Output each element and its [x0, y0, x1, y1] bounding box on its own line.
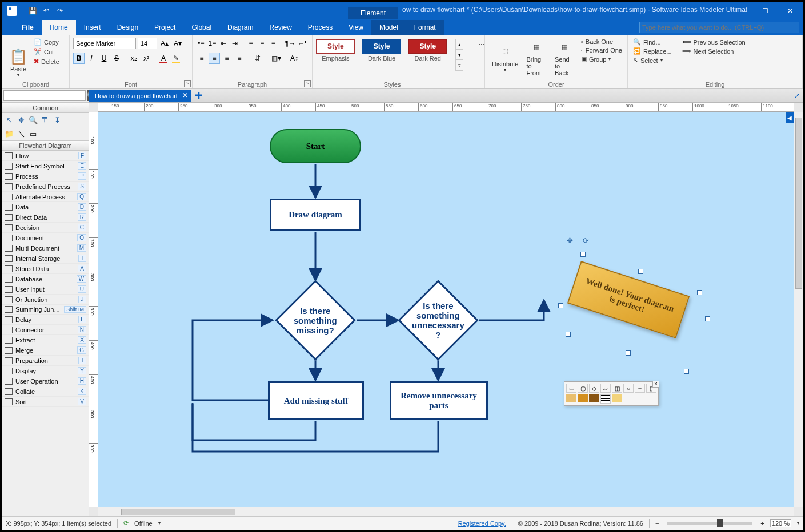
tabstrip-expand-icon[interactable]: ⤢	[791, 90, 803, 102]
palette-item[interactable]: User InputU	[2, 284, 89, 295]
move-handle-icon[interactable]: ✥	[567, 236, 573, 245]
style-darkblue[interactable]: Style	[362, 39, 402, 54]
right-panel-toggle-icon[interactable]: ◀	[786, 112, 794, 123]
close-tab-icon[interactable]: ✕	[182, 91, 188, 99]
palette-item[interactable]: DelayL	[2, 315, 89, 325]
superscript-button[interactable]: x²	[141, 53, 152, 64]
rotate-handle-icon[interactable]: ⟳	[583, 236, 589, 245]
document-tab[interactable]: How to draw a good flowchart ✕	[89, 90, 191, 102]
pointer-tool-icon[interactable]: ↖	[4, 115, 14, 125]
menu-global[interactable]: Global	[183, 20, 219, 35]
menu-view[interactable]: View	[341, 20, 371, 35]
strike-button[interactable]: S	[111, 53, 122, 64]
rtl-button[interactable]: ←¶	[297, 38, 309, 49]
selection-handle[interactable]	[580, 252, 586, 257]
palette-item[interactable]: CollateK	[2, 386, 89, 397]
next-selection-button[interactable]: ⟹Next Selection	[680, 47, 747, 55]
outdent-button[interactable]: ⇤	[218, 38, 229, 49]
bring-front-button[interactable]: ▦Bring to Front	[523, 37, 550, 78]
quick-undo-icon[interactable]: ↶	[39, 4, 53, 18]
valign-top-button[interactable]: ≡	[246, 38, 256, 49]
window-close-icon[interactable]: ✕	[778, 2, 803, 19]
mini-shape-circle-button[interactable]: ○	[623, 384, 634, 393]
mini-shape-rect-button[interactable]: ▭	[566, 384, 576, 393]
valign-bottom-button[interactable]: ≡	[268, 38, 278, 49]
select-button[interactable]: ↖Select▾	[631, 56, 674, 65]
selection-handle[interactable]	[705, 316, 710, 321]
shape-unnecessary-decision[interactable]: Is there something unnecessary ?	[398, 280, 478, 360]
font-size-combo[interactable]	[138, 38, 157, 49]
selection-handle[interactable]	[684, 369, 689, 374]
palette-item[interactable]: Or JunctionJ	[2, 295, 89, 305]
diagram-canvas[interactable]: Start Draw diagram Is there something mi…	[98, 112, 794, 507]
mini-toolbar-close-icon[interactable]: ×	[652, 381, 659, 388]
swatch-brown[interactable]	[589, 394, 599, 402]
selection-handle[interactable]	[626, 350, 631, 356]
pan-tool-icon[interactable]: ✥	[16, 115, 26, 125]
zoom-value[interactable]: 120 %	[770, 519, 791, 527]
palette-item[interactable]: DocumentO	[2, 233, 89, 243]
bold-button[interactable]: B	[73, 53, 85, 64]
paragraph-dialog-icon[interactable]: ↘	[304, 80, 311, 87]
font-family-combo[interactable]	[73, 38, 136, 49]
delete-button[interactable]: ✖Delete	[32, 57, 61, 66]
align-left-button[interactable]: ≡	[196, 53, 207, 64]
mini-shape-roundrect-button[interactable]: ▢	[578, 384, 588, 393]
shape-add-missing[interactable]: Add missing stuff	[268, 381, 364, 420]
numbering-button[interactable]: 1≡	[207, 38, 218, 49]
style-gallery-arrows[interactable]: ▴▾▿	[455, 39, 463, 71]
status-offline[interactable]: Offline	[134, 520, 153, 527]
quick-redo-icon[interactable]: ↷	[53, 4, 67, 18]
copy-button[interactable]: 📄Copy	[32, 38, 61, 46]
menu-insert[interactable]: Insert	[76, 20, 109, 35]
shape-missing-decision[interactable]: Is there something missing?	[275, 280, 355, 360]
selection-handle[interactable]	[566, 332, 571, 337]
menu-process[interactable]: Process	[300, 20, 341, 35]
send-back-button[interactable]: ▦Send to Back	[551, 37, 578, 78]
rect-tool-icon[interactable]: ▭	[28, 128, 38, 139]
window-minimize-icon[interactable]: ―	[727, 2, 752, 19]
menu-format[interactable]: Format	[406, 20, 444, 35]
mini-shape-document-button[interactable]: ⎓	[635, 384, 645, 393]
connector-tool-icon[interactable]: ↧	[52, 115, 62, 125]
shape-start[interactable]: Start	[270, 129, 361, 163]
palette-item[interactable]: SortV	[2, 397, 89, 407]
line-spacing-button[interactable]: ⇵	[252, 53, 263, 64]
palette-item[interactable]: Multi-DocumentM	[2, 243, 89, 253]
toolbox-search-input[interactable]	[3, 90, 86, 101]
text-direction-button[interactable]: A↕	[289, 53, 300, 64]
panel-flowchart-header[interactable]: Flowchart Diagram	[2, 140, 89, 151]
shape-remove-parts[interactable]: Remove unnecessary parts	[390, 381, 488, 420]
ltr-button[interactable]: ¶→	[285, 38, 296, 49]
text-tool-icon[interactable]: 〒	[40, 115, 50, 125]
palette-item[interactable]: DataD	[2, 202, 89, 212]
swatch-orange[interactable]	[578, 394, 588, 402]
replace-button[interactable]: 🔁Replace...	[631, 47, 674, 55]
palette-item[interactable]: Alternate ProcessQ	[2, 192, 89, 202]
font-shrink-button[interactable]: A▾	[172, 38, 183, 49]
valign-middle-button[interactable]: ≡	[257, 38, 267, 49]
folder-tool-icon[interactable]: 📁	[4, 128, 14, 139]
zoom-slider[interactable]	[667, 522, 752, 525]
palette-item[interactable]: Start End SymbolE	[2, 161, 89, 171]
palette-item[interactable]: PreparationT	[2, 356, 89, 366]
justify-button[interactable]: ≡	[234, 53, 245, 64]
indent-button[interactable]: ⇥	[230, 38, 240, 49]
group-button[interactable]: ▣Group▾	[579, 55, 624, 63]
columns-button[interactable]: ▥▾	[270, 53, 282, 64]
mini-shape-diamond-button[interactable]: ◇	[589, 384, 599, 393]
italic-button[interactable]: I	[86, 53, 97, 64]
vertical-scrollbar[interactable]	[794, 112, 803, 507]
menu-review[interactable]: Review	[261, 20, 299, 35]
context-tab-element[interactable]: Element	[348, 7, 398, 19]
palette-item[interactable]: Stored DataA	[2, 264, 89, 274]
distribute-button[interactable]: ⬚Distribute▾	[488, 37, 522, 78]
selection-handle[interactable]	[638, 269, 643, 274]
window-maximize-icon[interactable]: ☐	[752, 2, 778, 19]
font-dialog-icon[interactable]: ↘	[184, 80, 191, 87]
palette-item[interactable]: Internal StorageI	[2, 253, 89, 264]
panel-common-header[interactable]: Common	[2, 103, 89, 113]
palette-item[interactable]: Direct DataR	[2, 212, 89, 223]
mini-shape-data-button[interactable]: ◫	[612, 384, 622, 393]
selection-handle[interactable]	[697, 290, 702, 295]
